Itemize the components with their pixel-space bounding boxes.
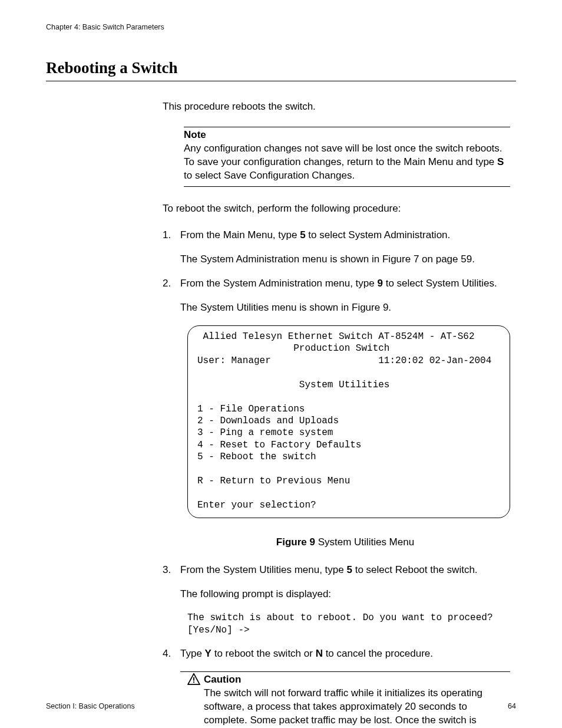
step-text: to cancel the procedure. bbox=[323, 648, 433, 659]
step-key: 5 bbox=[300, 229, 305, 241]
terminal-content: Allied Telesyn Ethernet Switch AT-8524M … bbox=[197, 331, 500, 512]
warning-icon bbox=[187, 673, 200, 685]
step-text: to select Reboot the switch. bbox=[352, 564, 478, 575]
prompt-block: The switch is about to reboot. Do you wa… bbox=[187, 612, 494, 637]
callout-bottom-rule bbox=[184, 186, 510, 187]
intro-paragraph: This procedure reboots the switch. bbox=[163, 100, 510, 114]
section-title: Rebooting a Switch bbox=[46, 57, 516, 78]
note-text-1: Any configuration changes not save will … bbox=[184, 143, 503, 167]
step-text: From the System Utilities menu, type bbox=[180, 564, 346, 575]
step-number: 1. bbox=[163, 229, 171, 242]
note-text-2: to select Save Configuration Changes. bbox=[184, 170, 355, 181]
step-key: 5 bbox=[346, 564, 352, 575]
footer-section: Section I: Basic Operations bbox=[46, 701, 135, 711]
procedure-lead: To reboot the switch, perform the follow… bbox=[163, 202, 510, 216]
step-sub: The following prompt is displayed: bbox=[180, 588, 510, 601]
step-4: 4. Type Y to reboot the switch or N to c… bbox=[163, 647, 510, 728]
page-footer: Section I: Basic Operations 64 bbox=[46, 701, 516, 711]
figure-label: Figure 9 bbox=[276, 536, 315, 548]
step-key: N bbox=[316, 648, 323, 659]
step-sub: The System Administration menu is shown … bbox=[180, 253, 510, 266]
step-text: Type bbox=[180, 648, 205, 659]
step-sub: The System Utilities menu is shown in Fi… bbox=[180, 301, 510, 315]
step-key: 9 bbox=[377, 278, 382, 289]
step-text: to reboot the switch or bbox=[211, 648, 316, 659]
figure-text: System Utilities Menu bbox=[315, 536, 414, 548]
note-label: Note bbox=[184, 129, 206, 140]
chapter-header: Chapter 4: Basic Switch Parameters bbox=[46, 22, 516, 32]
page: Chapter 4: Basic Switch Parameters Reboo… bbox=[0, 0, 562, 728]
svg-rect-1 bbox=[193, 681, 194, 683]
note-key: S bbox=[497, 156, 504, 167]
step-number: 3. bbox=[163, 564, 171, 577]
svg-rect-0 bbox=[193, 677, 194, 681]
title-rule bbox=[46, 81, 516, 81]
step-text: From the Main Menu, type bbox=[180, 229, 300, 241]
footer-page-number: 64 bbox=[508, 701, 516, 711]
caution-callout: Caution The switch will not forward traf… bbox=[180, 671, 510, 728]
figure-caption: Figure 9 System Utilities Menu bbox=[180, 536, 510, 549]
note-callout: Note Any configuration changes not save … bbox=[184, 127, 510, 187]
step-number: 4. bbox=[163, 647, 171, 661]
caution-label: Caution bbox=[204, 674, 241, 685]
step-text: to select System Administration. bbox=[306, 229, 451, 241]
step-1: 1. From the Main Menu, type 5 to select … bbox=[163, 229, 510, 266]
terminal-frame: Allied Telesyn Ethernet Switch AT-8524M … bbox=[187, 325, 510, 518]
step-text: From the System Administration menu, typ… bbox=[180, 278, 377, 289]
step-3: 3. From the System Utilities menu, type … bbox=[163, 564, 510, 637]
step-2: 2. From the System Administration menu, … bbox=[163, 277, 510, 549]
body-column: This procedure reboots the switch. Note … bbox=[163, 100, 510, 728]
step-number: 2. bbox=[163, 277, 171, 291]
procedure-list: 1. From the Main Menu, type 5 to select … bbox=[163, 229, 510, 728]
step-text: to select System Utilities. bbox=[383, 278, 497, 289]
step-key: Y bbox=[205, 648, 211, 659]
